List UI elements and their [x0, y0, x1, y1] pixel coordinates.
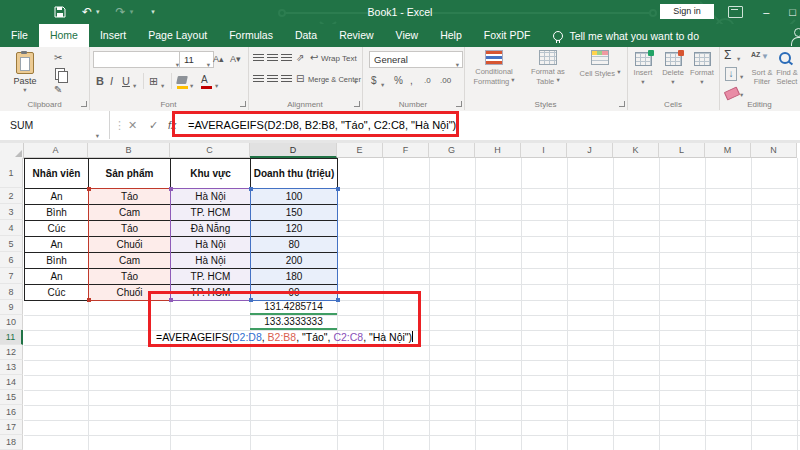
- table-cell[interactable]: Chuối: [88, 236, 171, 253]
- table-cell[interactable]: Đà Nẵng: [170, 220, 251, 237]
- clear-button[interactable]: [724, 86, 740, 100]
- row-header-10[interactable]: 10: [0, 315, 23, 330]
- tab-page-layout[interactable]: Page Layout: [137, 24, 218, 47]
- row-header-6[interactable]: 6: [0, 252, 23, 268]
- format-as-table-button[interactable]: Format as Table ▾: [522, 50, 574, 87]
- increase-decimal-button[interactable]: .0: [424, 75, 431, 87]
- delete-cells-button[interactable]: Delete ▾: [659, 52, 687, 88]
- table-cell[interactable]: Táo: [88, 268, 171, 285]
- orientation-button[interactable]: ⇗: [296, 52, 304, 64]
- column-header-M[interactable]: M: [705, 143, 751, 158]
- row-header-3[interactable]: 3: [0, 204, 23, 220]
- formula-bar-handle[interactable]: ⋮: [114, 111, 125, 139]
- table-cell[interactable]: Cam: [88, 252, 171, 269]
- cancel-button[interactable]: ✕: [128, 111, 137, 139]
- borders-caret-icon[interactable]: ▾: [161, 80, 164, 92]
- accounting-format-button[interactable]: $: [371, 75, 377, 87]
- name-box[interactable]: SUM ▾: [0, 111, 110, 139]
- conditional-formatting-button[interactable]: Conditional Formatting ▾: [468, 50, 520, 87]
- wrap-text-button[interactable]: Wrap Text: [321, 54, 357, 63]
- align-middle-button[interactable]: [267, 54, 278, 63]
- table-header-cell[interactable]: Sản phẩm: [88, 158, 171, 189]
- align-center-button[interactable]: [267, 75, 278, 84]
- row-header-7[interactable]: 7: [0, 268, 23, 284]
- tell-me-box[interactable]: Tell me what you want to do: [553, 24, 699, 47]
- align-bottom-button[interactable]: [281, 54, 292, 63]
- column-header-F[interactable]: F: [383, 143, 429, 158]
- row-header-14[interactable]: 14: [0, 375, 23, 390]
- cell-styles-button[interactable]: Cell Styles ▾: [574, 50, 626, 78]
- insert-cells-button[interactable]: Insert ▾: [629, 52, 657, 88]
- row-header-18[interactable]: 18: [0, 435, 23, 450]
- underline-caret-icon[interactable]: ▾: [133, 80, 136, 92]
- table-cell[interactable]: Cam: [88, 204, 171, 221]
- column-header-H[interactable]: H: [475, 143, 521, 158]
- fill-color-caret-icon[interactable]: ▾: [190, 80, 193, 92]
- tab-data[interactable]: Data: [284, 24, 328, 47]
- column-header-A[interactable]: A: [24, 143, 88, 158]
- cut-button[interactable]: ✂: [54, 52, 62, 64]
- number-dialog-launcher[interactable]: [456, 101, 462, 107]
- column-header-G[interactable]: G: [429, 143, 475, 158]
- font-name-select[interactable]: ▾: [93, 51, 183, 68]
- table-header-cell[interactable]: Khu vực: [170, 158, 251, 189]
- row-header-11[interactable]: 11: [0, 330, 23, 345]
- column-header-D[interactable]: D: [250, 143, 337, 158]
- tab-formulas[interactable]: Formulas: [218, 24, 284, 47]
- tab-file[interactable]: File: [0, 24, 39, 47]
- font-color-caret-icon[interactable]: ▾: [215, 80, 218, 92]
- table-cell[interactable]: Hà Nội: [170, 236, 251, 253]
- row-header-4[interactable]: 4: [0, 220, 23, 236]
- select-all-corner[interactable]: [0, 143, 24, 159]
- clipboard-dialog-launcher[interactable]: [81, 101, 87, 107]
- maximize-button[interactable]: □: [789, 6, 796, 18]
- number-format-select[interactable]: General ▾: [369, 51, 463, 68]
- grow-font-button[interactable]: A▴: [213, 53, 224, 65]
- font-size-select[interactable]: 11▾: [179, 51, 214, 68]
- tab-home[interactable]: Home: [39, 24, 89, 47]
- accounting-caret-icon[interactable]: ▾: [381, 79, 384, 91]
- minimize-button[interactable]: –: [763, 6, 769, 18]
- table-cell[interactable]: 100: [250, 188, 338, 205]
- table-cell[interactable]: Cúc: [24, 220, 89, 237]
- merge-center-button[interactable]: Merge & Center: [308, 75, 361, 84]
- table-cell[interactable]: An: [24, 188, 89, 205]
- column-header-K[interactable]: K: [613, 143, 659, 158]
- share-person-icon[interactable]: [790, 28, 800, 44]
- fill-color-button[interactable]: [177, 76, 188, 88]
- table-cell[interactable]: Bình: [24, 252, 89, 269]
- column-header-I[interactable]: I: [521, 143, 567, 158]
- font-color-button[interactable]: A: [201, 74, 212, 88]
- table-header-cell[interactable]: Nhân viên: [24, 158, 89, 189]
- find-select-button[interactable]: Find & Select: [775, 69, 799, 86]
- row-header-2[interactable]: 2: [0, 188, 23, 204]
- row-header-8[interactable]: 8: [0, 284, 23, 300]
- column-header-E[interactable]: E: [337, 143, 383, 158]
- merge-center-caret-icon[interactable]: ▾: [354, 76, 357, 88]
- row-header-1[interactable]: 1: [0, 158, 23, 188]
- alignment-dialog-launcher[interactable]: [354, 101, 360, 107]
- table-cell[interactable]: An: [24, 268, 89, 285]
- row-header-15[interactable]: 15: [0, 390, 23, 405]
- align-top-button[interactable]: [253, 54, 264, 63]
- table-cell[interactable]: TP. HCM: [170, 268, 251, 285]
- tab-help[interactable]: Help: [429, 24, 473, 47]
- table-cell[interactable]: Bình: [24, 204, 89, 221]
- row-header-16[interactable]: 16: [0, 405, 23, 420]
- autosum-button[interactable]: Σ: [724, 49, 731, 61]
- table-cell[interactable]: 90: [250, 284, 338, 301]
- borders-button[interactable]: ⊞: [149, 75, 158, 87]
- tab-foxit-pdf[interactable]: Foxit PDF: [473, 24, 542, 47]
- shrink-font-button[interactable]: A▾: [230, 53, 241, 65]
- font-dialog-launcher[interactable]: [240, 101, 246, 107]
- row-header-5[interactable]: 5: [0, 236, 23, 252]
- column-header-L[interactable]: L: [659, 143, 705, 158]
- table-cell[interactable]: 150: [250, 204, 338, 221]
- styles-dialog-launcher[interactable]: [619, 101, 625, 107]
- table-cell[interactable]: 80: [250, 236, 338, 253]
- formula-bar-input[interactable]: =AVERAGEIFS(D2:D8, B2:B8, "Táo", C2:C8, …: [188, 111, 456, 139]
- table-cell[interactable]: TP. HCM: [170, 204, 251, 221]
- table-cell[interactable]: 180: [250, 268, 338, 285]
- column-header-N[interactable]: N: [751, 143, 797, 158]
- bold-button[interactable]: B: [96, 75, 104, 87]
